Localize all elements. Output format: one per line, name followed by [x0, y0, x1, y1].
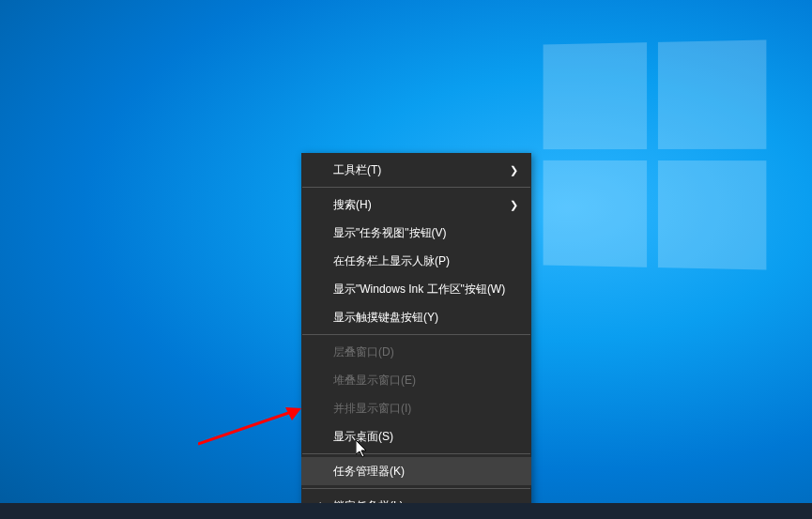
taskbar[interactable] — [0, 503, 812, 519]
chevron-right-icon: ❯ — [510, 199, 518, 211]
menu-label: 层叠窗口(D) — [333, 344, 518, 360]
menu-item-task-manager[interactable]: 任务管理器(K) — [301, 457, 531, 485]
menu-label: 搜索(H) — [333, 197, 510, 213]
menu-label: 显示"Windows Ink 工作区"按钮(W) — [333, 282, 518, 298]
taskbar-context-menu: 工具栏(T) ❯ 搜索(H) ❯ 显示"任务视图"按钮(V) 在任务栏上显示人脉… — [301, 153, 531, 519]
menu-item-people[interactable]: 在任务栏上显示人脉(P) — [301, 247, 531, 275]
menu-separator — [302, 488, 530, 489]
menu-item-toolbars[interactable]: 工具栏(T) ❯ — [301, 156, 531, 184]
menu-label: 显示桌面(S) — [333, 429, 518, 445]
menu-item-task-view[interactable]: 显示"任务视图"按钮(V) — [301, 219, 531, 247]
menu-item-ink-workspace[interactable]: 显示"Windows Ink 工作区"按钮(W) — [301, 275, 531, 303]
menu-label: 堆叠显示窗口(E) — [333, 373, 518, 389]
svg-marker-1 — [285, 407, 301, 420]
menu-item-touch-keyboard[interactable]: 显示触摸键盘按钮(Y) — [301, 303, 531, 331]
menu-item-stacked: 堆叠显示窗口(E) — [301, 366, 531, 394]
menu-item-search[interactable]: 搜索(H) ❯ — [301, 191, 531, 219]
menu-label: 在任务栏上显示人脉(P) — [333, 253, 518, 269]
menu-item-cascade: 层叠窗口(D) — [301, 338, 531, 366]
menu-label: 显示触摸键盘按钮(Y) — [333, 310, 518, 326]
desktop[interactable]: 工具栏(T) ❯ 搜索(H) ❯ 显示"任务视图"按钮(V) 在任务栏上显示人脉… — [0, 0, 812, 519]
windows-logo — [544, 39, 767, 269]
menu-item-show-desktop[interactable]: 显示桌面(S) — [301, 422, 531, 450]
menu-item-side-by-side: 并排显示窗口(I) — [301, 394, 531, 422]
annotation-arrow — [198, 405, 311, 447]
menu-label: 工具栏(T) — [333, 162, 510, 178]
menu-label: 并排显示窗口(I) — [333, 401, 518, 417]
menu-separator — [302, 453, 530, 454]
menu-separator — [302, 187, 530, 188]
menu-label: 显示"任务视图"按钮(V) — [333, 225, 518, 241]
chevron-right-icon: ❯ — [510, 164, 518, 176]
svg-line-0 — [198, 411, 294, 444]
menu-separator — [302, 334, 530, 335]
menu-label: 任务管理器(K) — [333, 464, 518, 480]
